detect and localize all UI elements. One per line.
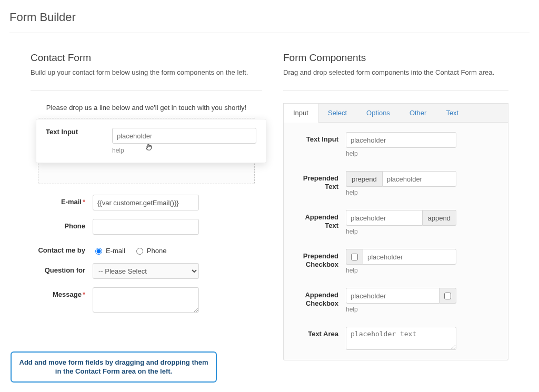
appended-checkbox-field[interactable] xyxy=(346,288,440,304)
tab-other[interactable]: Other xyxy=(400,104,437,122)
components-tab-bar: Input Select Options Other Text xyxy=(284,103,508,123)
email-label: E-mail* xyxy=(31,195,93,206)
prepend-checkbox[interactable] xyxy=(351,254,358,260)
divider xyxy=(9,33,530,33)
phone-field[interactable] xyxy=(93,219,199,235)
component-prepended-text[interactable]: Prepended Text prepend help xyxy=(292,171,500,196)
component-label: Appended Text xyxy=(292,210,346,229)
appended-text-field[interactable] xyxy=(346,210,423,226)
contact-by-option-email[interactable]: E-mail xyxy=(93,246,125,255)
tab-select[interactable]: Select xyxy=(318,104,357,122)
component-prepended-checkbox[interactable]: Prepended Checkbox help xyxy=(292,249,500,274)
component-text-input[interactable]: Text Input help xyxy=(292,132,500,157)
components-title: Form Components xyxy=(283,52,508,64)
help-text: help xyxy=(346,189,456,196)
question-for-select[interactable]: -- Please Select xyxy=(93,263,199,279)
contact-by-label: Contact me by xyxy=(31,243,93,255)
component-label: Prepended Text xyxy=(292,171,346,190)
prepended-checkbox-field[interactable] xyxy=(363,249,456,265)
radio-email[interactable] xyxy=(95,248,102,255)
tab-text[interactable]: Text xyxy=(436,104,468,122)
append-checkbox[interactable] xyxy=(444,293,451,299)
dragging-field-label: Text Input xyxy=(46,128,104,136)
help-text: help xyxy=(346,306,456,313)
form-drop-zone[interactable]: Text Input help xyxy=(31,118,262,184)
component-label: Appended Checkbox xyxy=(292,288,346,307)
drop-intro-text: Please drop us a line below and we'll ge… xyxy=(31,103,262,113)
tab-input[interactable]: Input xyxy=(284,104,318,123)
contact-by-option-phone[interactable]: Phone xyxy=(134,246,167,255)
email-field[interactable] xyxy=(93,195,199,210)
prepend-addon: prepend xyxy=(346,171,382,187)
page-title: Form Builder xyxy=(9,11,530,24)
text-area-field[interactable] xyxy=(346,327,456,350)
components-desc: Drag and drop selected form components i… xyxy=(283,68,508,77)
help-text: help xyxy=(346,267,456,274)
component-label: Text Input xyxy=(292,132,346,144)
contact-by-radio-group: E-mail Phone xyxy=(93,243,199,255)
divider xyxy=(283,90,508,91)
contact-form-desc: Build up your contact form below using t… xyxy=(31,68,262,77)
message-textarea[interactable] xyxy=(93,287,199,313)
component-label: Text Area xyxy=(292,327,346,338)
phone-label: Phone xyxy=(31,219,93,230)
text-input-field[interactable] xyxy=(346,132,456,148)
help-text: help xyxy=(346,150,456,157)
help-text: help xyxy=(346,228,456,235)
tab-options[interactable]: Options xyxy=(357,104,400,122)
component-text-area[interactable]: Text Area xyxy=(292,327,500,351)
component-appended-checkbox[interactable]: Appended Checkbox help xyxy=(292,288,500,313)
question-for-label: Question for xyxy=(31,263,93,275)
dragging-field-card[interactable]: Text Input help xyxy=(36,119,266,163)
message-label: Message* xyxy=(31,287,93,299)
dragging-field-input[interactable] xyxy=(112,128,256,144)
prepend-checkbox-addon[interactable] xyxy=(346,249,363,265)
append-checkbox-addon[interactable] xyxy=(440,288,456,304)
radio-phone[interactable] xyxy=(136,248,143,255)
divider xyxy=(31,90,262,91)
prepended-text-field[interactable] xyxy=(382,171,456,187)
component-appended-text[interactable]: Appended Text append help xyxy=(292,210,500,235)
dragging-field-help: help xyxy=(112,147,256,154)
append-addon: append xyxy=(423,210,456,226)
component-label: Prepended Checkbox xyxy=(292,249,346,268)
contact-form-title: Contact Form xyxy=(31,52,262,64)
instruction-callout: Add and move form fields by dragging and… xyxy=(11,351,217,383)
